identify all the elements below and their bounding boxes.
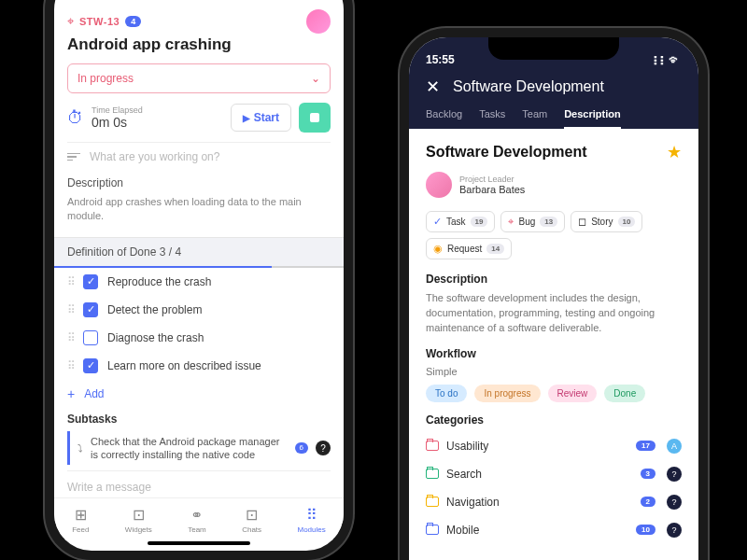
dod-heading[interactable]: Definition of Done 3 / 4 (54, 237, 344, 268)
workflow-state[interactable]: Done (604, 385, 645, 402)
nav-tab-backlog[interactable]: Backlog (426, 108, 462, 129)
type-chip-task[interactable]: ✓ Task 19 (426, 211, 495, 232)
checkbox[interactable] (83, 330, 98, 345)
avatar (426, 172, 452, 198)
header-tabs: BacklogTasksTeamDescription (426, 108, 682, 129)
checkbox[interactable]: ✓ (83, 274, 98, 289)
category-row[interactable]: Usability 17 A (426, 432, 682, 460)
dod-item[interactable]: ⠿ ✓ Reproduce the crash (67, 268, 331, 296)
count-badge: 19 (471, 217, 488, 227)
status-dropdown[interactable]: In progress ⌄ (67, 63, 331, 93)
nav-tab-description[interactable]: Description (564, 108, 621, 129)
workflow-state[interactable]: To do (426, 385, 467, 402)
wifi-icon: ⋮⋮ ᯤ (652, 52, 682, 67)
workflow-state[interactable]: Review (548, 385, 598, 402)
stopwatch-icon: ⏱ (67, 108, 84, 128)
phone-task-detail: ⌖ STW-13 4 Android app crashing In progr… (54, 0, 344, 551)
request-icon: ◉ (433, 243, 443, 255)
bug-icon: ⌖ (508, 216, 514, 228)
start-button[interactable]: Start (231, 104, 291, 132)
team-icon: ⚭ (190, 506, 203, 524)
workflow-states: To doIn progressReviewDone (426, 385, 682, 402)
description-heading: Description (67, 176, 331, 189)
dod-label: Reproduce the crash (107, 275, 211, 288)
category-label: Usability (446, 440, 488, 453)
count-badge: 13 (540, 217, 557, 227)
timer-label: Time Elapsed (92, 105, 223, 115)
description-text: The software development includes the de… (426, 291, 682, 336)
dod-item[interactable]: ⠿ ✓ Detect the problem (67, 296, 331, 324)
workflow-state[interactable]: In progress (474, 385, 540, 402)
header-title: Software Development (453, 78, 604, 95)
tab-modules[interactable]: ⠿Modules (298, 506, 326, 534)
category-row[interactable]: Mobile 10 ? (426, 516, 682, 544)
tab-chats[interactable]: ⊡Chats (242, 506, 261, 534)
project-leader[interactable]: Project Leader Barbara Bates (426, 172, 682, 198)
subtasks-heading: Subtasks (67, 413, 331, 426)
nav-tab-tasks[interactable]: Tasks (479, 108, 505, 129)
count-badge: 14 (486, 244, 504, 254)
type-chip-story[interactable]: ◻ Story 10 (571, 211, 642, 232)
checkbox[interactable]: ✓ (83, 358, 98, 373)
star-icon[interactable]: ★ (667, 142, 682, 162)
tab-feed[interactable]: ⊞Feed (72, 506, 89, 534)
issue-type-chips: ✓ Task 19⌖ Bug 13◻ Story 10◉ Request 14 (426, 211, 682, 259)
category-extra-icon[interactable]: ? (667, 523, 682, 538)
count-badge: 17 (636, 441, 655, 451)
subtask-item[interactable]: ⤵ Check that the Android package manager… (67, 431, 331, 466)
ticket-header: ⌖ STW-13 4 (67, 9, 331, 34)
drag-handle-icon[interactable]: ⠿ (67, 331, 74, 344)
category-label: Search (446, 468, 482, 481)
add-dod-button[interactable]: + Add (67, 380, 331, 405)
category-extra-icon[interactable]: A (667, 439, 682, 454)
folder-icon (426, 469, 439, 479)
stop-button[interactable] (299, 103, 331, 133)
type-chip-request[interactable]: ◉ Request 14 (426, 238, 512, 259)
tab-widgets[interactable]: ⊡Widgets (125, 506, 152, 534)
category-row[interactable]: Navigation 2 ? (426, 488, 682, 516)
phone-project-detail: 15:55 ⋮⋮ ᯤ ✕ Software Development Backlo… (409, 37, 698, 560)
categories-list: Usability 17 A Search 3 ? Navigation 2 ?… (426, 432, 682, 544)
type-chip-bug[interactable]: ⌖ Bug 13 (500, 211, 565, 232)
leader-role: Project Leader (459, 175, 525, 184)
category-extra-icon[interactable]: ? (667, 467, 682, 482)
workflow-label: Simple (426, 366, 682, 377)
nav-tab-team[interactable]: Team (522, 108, 547, 129)
drag-handle-icon[interactable]: ⠿ (67, 275, 74, 288)
dod-item[interactable]: ⠿ Diagnose the crash (67, 324, 331, 352)
categories-heading: Categories (426, 413, 682, 427)
plus-icon: + (67, 386, 75, 401)
dod-label: Learn more on described issue (107, 359, 261, 372)
story-icon: ◻ (578, 216, 586, 228)
dod-list: ⠿ ✓ Reproduce the crash⠿ ✓ Detect the pr… (67, 268, 331, 380)
message-input[interactable]: Write a message (67, 470, 331, 497)
play-icon (243, 111, 250, 124)
page-title: Software Development (426, 144, 586, 161)
chats-icon: ⊡ (246, 506, 258, 524)
description-text: Android app crashes when loading data to… (67, 195, 331, 224)
checkbox[interactable]: ✓ (83, 302, 98, 317)
folder-icon (426, 525, 439, 535)
category-row[interactable]: Search 3 ? (426, 460, 682, 488)
dod-label: Diagnose the crash (107, 331, 204, 344)
drag-handle-icon[interactable]: ⠿ (67, 303, 74, 316)
widgets-icon: ⊡ (133, 506, 145, 524)
timer-value: 0m 0s (92, 115, 223, 130)
folder-icon (426, 497, 439, 507)
tab-team[interactable]: ⚭Team (188, 506, 206, 534)
avatar[interactable] (306, 9, 331, 34)
category-extra-icon[interactable]: ? (667, 495, 682, 510)
folder-icon (426, 441, 439, 451)
filter-icon (67, 153, 80, 161)
dod-item[interactable]: ⠿ ✓ Learn more on described issue (67, 352, 331, 380)
ticket-badge: 4 (125, 16, 141, 27)
category-label: Navigation (446, 496, 500, 509)
workflow-heading: Workflow (426, 347, 682, 360)
close-icon[interactable]: ✕ (426, 77, 440, 97)
drag-handle-icon[interactable]: ⠿ (67, 359, 74, 372)
task-title: Android app crashing (67, 35, 331, 54)
help-icon[interactable]: ? (316, 441, 331, 455)
description-heading: Description (426, 273, 682, 286)
working-on-input[interactable]: What are you working on? (67, 150, 331, 163)
notch (488, 37, 619, 60)
